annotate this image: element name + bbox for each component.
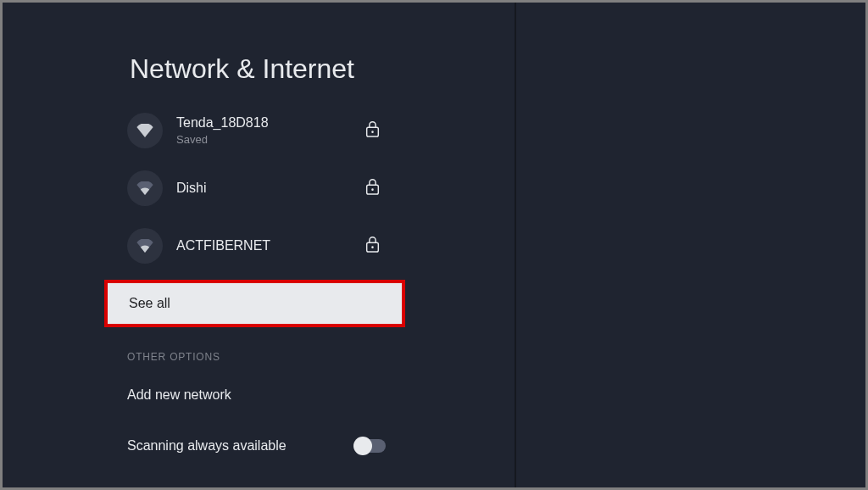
see-all-networks-button[interactable]: See all [104, 280, 405, 327]
section-header-other-options: OTHER OPTIONS [127, 351, 418, 363]
wifi-signal-icon [127, 170, 163, 206]
toggle-knob [353, 437, 372, 455]
svg-point-5 [371, 246, 374, 248]
scanning-always-available-row[interactable]: Scanning always available [127, 420, 415, 471]
wifi-network-name: Tenda_18D818 [176, 114, 269, 131]
lock-icon [365, 120, 380, 141]
wifi-network-list: Tenda_18D818 Saved Dishi [130, 102, 418, 471]
wifi-network-name: ACTFIBERNET [176, 237, 270, 254]
settings-screen: Network & Internet Tenda_18D818 Saved [3, 3, 865, 487]
scanning-label: Scanning always available [127, 438, 287, 454]
see-all-label: See all [129, 296, 170, 311]
lock-icon [365, 178, 380, 198]
page-title: Network & Internet [130, 53, 865, 85]
wifi-network-row[interactable]: ACTFIBERNET [127, 217, 418, 275]
add-network-label: Add new network [127, 387, 231, 403]
scanning-toggle[interactable] [355, 439, 386, 453]
wifi-network-row[interactable]: Tenda_18D818 Saved [127, 102, 418, 159]
svg-point-1 [371, 131, 374, 133]
add-network-button[interactable]: Add new network [127, 370, 415, 420]
wifi-signal-icon [127, 228, 163, 264]
lock-icon [365, 236, 380, 256]
svg-point-3 [371, 188, 374, 191]
wifi-network-name: Dishi [176, 180, 207, 197]
wifi-signal-icon [127, 113, 163, 148]
vertical-divider [515, 3, 516, 487]
wifi-network-row[interactable]: Dishi [127, 159, 418, 217]
wifi-network-status: Saved [176, 133, 269, 147]
